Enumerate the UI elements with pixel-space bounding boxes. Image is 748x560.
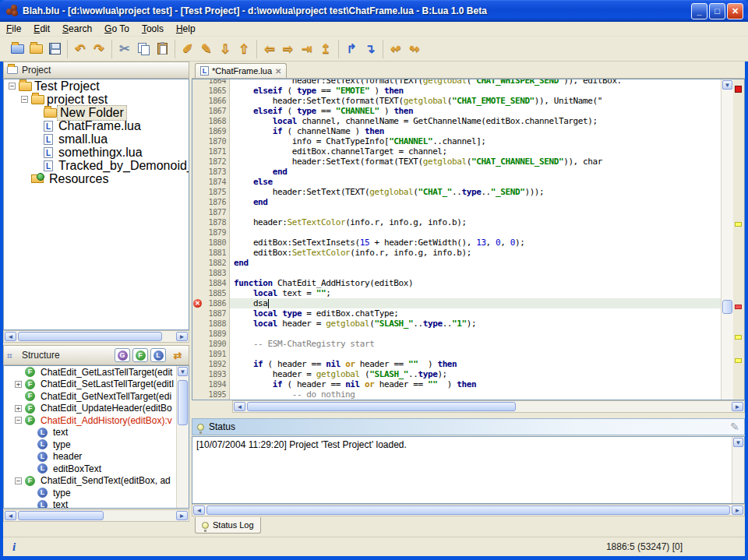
- scroll-down-arrow[interactable]: ▼: [178, 367, 188, 376]
- menu-go-to[interactable]: Go To: [98, 22, 136, 36]
- code-line[interactable]: 1864 header:SetText(format(TEXT(getgloba…: [192, 79, 721, 86]
- filter-f-button[interactable]: F: [132, 348, 148, 362]
- code-line[interactable]: 1879: [192, 227, 721, 238]
- expand-icon[interactable]: +: [15, 381, 22, 388]
- pencil-icon[interactable]: ✎: [730, 421, 739, 433]
- scroll-thumb[interactable]: [206, 505, 730, 515]
- scroll-down-arrow[interactable]: ▼: [722, 80, 732, 90]
- code-line[interactable]: 1867 elseif ( type == "CHANNEL" ) then: [192, 106, 721, 116]
- maximize-button[interactable]: □: [709, 3, 725, 19]
- code-line[interactable]: 1866 header:SetText(format(TEXT(getgloba…: [192, 96, 721, 106]
- code-line[interactable]: 1891: [192, 349, 721, 359]
- tree-item[interactable]: Resources: [4, 172, 189, 185]
- goto-line-button[interactable]: ⇥: [298, 40, 316, 58]
- close-button[interactable]: ✕: [727, 3, 743, 19]
- menu-tools[interactable]: Tools: [136, 22, 170, 36]
- tree-item[interactable]: Lsomethingx.lua: [4, 146, 189, 159]
- code-line[interactable]: 1887 local type = editBox.chatType;: [192, 308, 721, 319]
- open-project-button[interactable]: [8, 40, 26, 58]
- cut-button[interactable]: ✂: [115, 40, 134, 58]
- scroll-right-arrow[interactable]: ►: [732, 402, 743, 411]
- undo-button[interactable]: ↶: [71, 40, 90, 58]
- tree-item[interactable]: Lheader: [4, 451, 189, 463]
- code-line[interactable]: 1894 if ( header == nil or header == "" …: [192, 379, 721, 389]
- tree-item[interactable]: Lsmall.lua: [4, 132, 189, 146]
- code-line[interactable]: ✕1886 dsa: [192, 298, 721, 308]
- run-to-cursor-button[interactable]: ↴: [361, 40, 379, 58]
- find-previous-button[interactable]: ⇧: [235, 40, 253, 58]
- code-line[interactable]: 1872 header:SetText(format(TEXT(getgloba…: [192, 157, 721, 167]
- scroll-left-arrow[interactable]: ◄: [193, 505, 205, 515]
- replace-button[interactable]: ✎: [197, 40, 216, 58]
- warning-marker[interactable]: [735, 358, 742, 363]
- filter-g-button[interactable]: G: [115, 348, 130, 362]
- code-line[interactable]: 1877: [192, 207, 721, 217]
- tab-close-icon[interactable]: ✕: [275, 67, 281, 76]
- warning-marker[interactable]: [735, 335, 742, 340]
- menu-help[interactable]: Help: [170, 22, 202, 36]
- code-line[interactable]: 1874 else: [192, 177, 721, 187]
- code-line[interactable]: 1880 editBox:SetTextInsets(15 + header:G…: [192, 238, 721, 248]
- scroll-thumb[interactable]: [18, 511, 104, 520]
- paste-button[interactable]: [153, 40, 171, 58]
- tree-item[interactable]: −project test: [4, 93, 189, 106]
- code-line[interactable]: 1871 editBox.channelTarget = channel;: [192, 146, 721, 157]
- tree-item[interactable]: New Folder: [4, 106, 189, 119]
- scroll-down-arrow[interactable]: ▼: [733, 438, 743, 447]
- code-line[interactable]: 1882end: [192, 258, 721, 268]
- scroll-right-arrow[interactable]: ►: [176, 332, 188, 341]
- scroll-left-arrow[interactable]: ◄: [5, 332, 16, 341]
- status-hscrollbar[interactable]: ◄ ►: [192, 504, 745, 516]
- code-line[interactable]: 1883: [192, 268, 721, 278]
- code-line[interactable]: 1893 header = getglobal ("SLASH_"..type)…: [192, 369, 721, 379]
- code-line[interactable]: 1881 editBox:SetTextColor(info.r, info.g…: [192, 248, 721, 258]
- collapse-icon[interactable]: −: [15, 417, 22, 424]
- tree-item[interactable]: −FChatEdit_AddHistory(editBox):v: [4, 414, 189, 427]
- tree-item[interactable]: +FChatEdit_SetLastTellTarget(editI: [4, 379, 189, 391]
- project-hscrollbar[interactable]: ◄ ►: [3, 330, 189, 343]
- copy-button[interactable]: [134, 40, 153, 58]
- code-line[interactable]: 1870 info = ChatTypeInfo["CHANNEL"..chan…: [192, 136, 721, 146]
- code-line[interactable]: 1876 end: [192, 197, 721, 207]
- tree-item[interactable]: −Test Project: [4, 79, 189, 93]
- warning-marker[interactable]: [735, 222, 742, 227]
- status-vscrollbar[interactable]: ▲ ▼: [732, 437, 744, 503]
- goto-declaration-button[interactable]: ↥: [316, 40, 335, 58]
- code-line[interactable]: 1889: [192, 329, 721, 339]
- code-line[interactable]: 1868 local channel, channelName = GetCha…: [192, 116, 721, 126]
- scroll-left-arrow[interactable]: ◄: [5, 511, 16, 520]
- collapse-icon[interactable]: −: [21, 96, 28, 103]
- code-line[interactable]: 1885 local text = "";: [192, 288, 721, 298]
- tree-item[interactable]: Ltext: [4, 427, 189, 439]
- tab-chatframe-lua[interactable]: L *ChatFrame.lua ✕: [195, 63, 287, 78]
- refresh-structure-button[interactable]: ⇄: [170, 348, 185, 362]
- save-button[interactable]: [45, 40, 64, 58]
- scroll-right-arrow[interactable]: ►: [176, 511, 188, 520]
- collapse-icon[interactable]: −: [9, 83, 16, 90]
- scroll-thumb[interactable]: [18, 332, 162, 341]
- menu-edit[interactable]: Edit: [27, 22, 56, 36]
- open-file-button[interactable]: [26, 40, 45, 58]
- scroll-thumb[interactable]: [178, 380, 188, 425]
- expand-icon[interactable]: +: [15, 405, 22, 412]
- code-line[interactable]: 1878 header:SetTextColor(info.r, info.g,…: [192, 217, 721, 227]
- scroll-right-arrow[interactable]: ►: [732, 505, 743, 515]
- collapse-icon[interactable]: −: [15, 477, 22, 484]
- scroll-thumb[interactable]: [722, 300, 732, 314]
- file-error-indicator[interactable]: [735, 86, 742, 93]
- code-line[interactable]: 1884function ChatEdit_AddHistory(editBox…: [192, 278, 721, 288]
- navigate-back-button[interactable]: ⇦: [260, 40, 279, 58]
- run-button[interactable]: ↱: [342, 40, 361, 58]
- next-edit-button[interactable]: ↬: [405, 40, 424, 58]
- redo-button[interactable]: ↷: [90, 40, 108, 58]
- scroll-left-arrow[interactable]: ◄: [234, 402, 245, 411]
- error-marker[interactable]: [735, 305, 742, 309]
- previous-edit-button[interactable]: ↫: [386, 40, 405, 58]
- code-line[interactable]: 1865 elseif ( type == "EMOTE" ) then: [192, 86, 721, 96]
- editor-vscrollbar[interactable]: ▲ ▼: [721, 79, 733, 400]
- tree-item[interactable]: Ltext: [4, 499, 189, 509]
- filter-l-button[interactable]: L: [150, 348, 166, 362]
- code-line[interactable]: 1888 local header = getglobal("SLASH_"..…: [192, 319, 721, 329]
- tree-item[interactable]: +FChatEdit_UpdateHeader(editBo: [4, 403, 189, 415]
- tree-item[interactable]: −FChatEdit_SendText(editBox, ad: [4, 475, 189, 488]
